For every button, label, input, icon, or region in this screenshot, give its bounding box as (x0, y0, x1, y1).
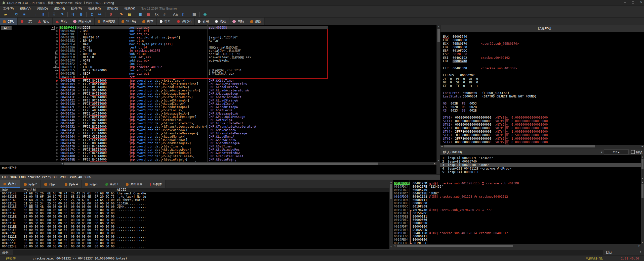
tab-线程[interactable]: 线程 (212, 18, 229, 25)
menu-item[interactable]: 跟踪(N) (51, 6, 68, 11)
maximize-button[interactable]: ▢ (632, 1, 634, 4)
close-button[interactable]: ✕ (640, 1, 642, 4)
menu-item[interactable]: 视图(V) (17, 6, 34, 11)
breakpoint-dot[interactable] (56, 116, 58, 118)
breakpoint-dot[interactable] (56, 155, 58, 157)
args-list[interactable]: 1: [esp+4] 0040217E "123456"2: [esp+8] 0… (440, 155, 641, 180)
disasm-row[interactable]: 00401428vFF25 A0314000jmp dword ptr ds:[… (0, 102, 436, 106)
stack-row[interactable]: 0019FDF8DCBAABCD (393, 228, 641, 232)
disasm-row[interactable]: 0040146AvFF25 CC314000jmp dword ptr ds:[… (0, 138, 436, 142)
stack-row[interactable]: 0019FE0000000111 (393, 235, 641, 238)
breakpoint-dot[interactable] (56, 37, 58, 38)
disasm-row[interactable]: 0040148EvFF25 E4314000jmp dword ptr ds:[… (0, 158, 436, 161)
breakpoint-dot[interactable] (56, 152, 58, 154)
trace-over-icon[interactable]: ⇉ (70, 12, 76, 17)
breakpoint-dot[interactable] (56, 27, 58, 29)
argument-row[interactable]: 1: [esp+4] 0040217E "123456" (440, 156, 641, 160)
stack-row[interactable]: 0019FDE800000111 (393, 215, 641, 218)
restart-icon[interactable]: ↺ (13, 12, 20, 17)
breakpoint-dot[interactable] (56, 139, 58, 141)
breakpoint-dot[interactable] (56, 100, 58, 101)
menu-item[interactable]: 帮助(H) (121, 6, 138, 11)
stack-view[interactable]: 0019FDC00040123D返回到 crackme.sub_401128+1… (393, 180, 641, 244)
breakpoint-dot[interactable] (56, 93, 58, 95)
stop-icon[interactable]: ■ (21, 12, 28, 17)
dump-row[interactable]: 0040215E21 00 4E 6F20 6C 75 636B 21 00 4… (0, 195, 389, 198)
tab-引用[interactable]: 引用 (195, 18, 212, 25)
stack-row[interactable]: 0019FDEC00000066 (393, 218, 641, 222)
trace-into-icon[interactable]: ⇊ (78, 12, 84, 17)
breakpoint-dot[interactable] (56, 159, 58, 161)
breakpoint-dot[interactable] (56, 90, 58, 91)
disasm-row[interactable]: 00401464vFF25 C8314000jmp dword ptr ds:[… (0, 135, 436, 138)
step-over-icon[interactable]: ↷ (59, 12, 65, 17)
breakpoint-dot[interactable] (56, 30, 58, 32)
disasm-row[interactable]: 004013E6│.84DBtest bl,bl测试serial是否为空 (0, 46, 436, 49)
dump-row[interactable]: 0040218E4A 55 4E 4B00 00 00 0000 00 00 0… (0, 205, 389, 208)
breakpoint-dot[interactable] (56, 73, 58, 75)
argument-row[interactable]: 3: [esp+C] 0040218E "JUNK" (440, 163, 641, 167)
breakpoint-dot[interactable] (56, 106, 58, 108)
pause-icon[interactable]: ‖ (40, 12, 47, 17)
dump-tab-监视 1[interactable]: 监视 1 (102, 180, 122, 188)
disasm-row[interactable]: 004013FD└.C3ret (0, 76, 436, 79)
stack-row[interactable]: 0019FDE4001507DC (393, 212, 641, 215)
tab-调用堆栈[interactable]: 调用堆栈 (95, 18, 118, 25)
stack-row[interactable]: 0019FDC40040217E"123456" (393, 185, 641, 188)
stack-row[interactable]: 0019FDD000401128返回到 crackme.sub_401128 自… (393, 195, 641, 198)
dump-row[interactable]: 0040216E63 6B 20 7468 65 72 652C 20 6D 6… (0, 198, 389, 202)
breakpoint-dot[interactable] (56, 123, 58, 124)
stack-row[interactable]: 0019FDCC0040218E"JUNK" (393, 192, 641, 195)
menu-item[interactable]: 插件(P) (68, 6, 85, 11)
tab-脚本[interactable]: 脚本 (139, 18, 157, 25)
dump-row[interactable]: 0040224E00 00 00 0000 00 00 0000 00 00 0… (0, 245, 389, 248)
breakpoint-dot[interactable] (56, 113, 58, 115)
breakpoint-dot[interactable] (56, 63, 58, 65)
tab-日志[interactable]: 日志 (18, 18, 35, 25)
dump-row[interactable]: 0040222E00 00 00 0000 00 00 0000 00 00 0… (0, 238, 389, 242)
stack-vertical-scrollbar[interactable]: ▲ ▼ (641, 180, 644, 244)
step-into-icon[interactable]: ↧ (51, 12, 57, 17)
stack-row[interactable]: 0019FDC800005740 (393, 188, 641, 192)
settings-icon[interactable]: S (107, 12, 114, 17)
breakpoint-dot[interactable] (56, 83, 58, 85)
dump-row[interactable]: 004021CE00 00 00 0000 00 00 0000 00 00 0… (0, 219, 389, 222)
breakpoint-dot[interactable] (56, 142, 58, 144)
stack-row[interactable]: 0019FE080019FEEC (393, 242, 641, 244)
tab-CPU[interactable]: CPU (0, 18, 18, 25)
disasm-row[interactable]: 004013EA│.80EB 30sub bl,30serial（ASCII）-… (0, 53, 436, 56)
disasm-row[interactable]: 00401416vFF25 94314000jmp dword ptr ds:[… (0, 92, 436, 95)
dump-tab-内存 2[interactable]: 内存 2 (20, 180, 41, 188)
tab-内存布局[interactable]: 内存布局 (70, 18, 95, 25)
breakpoints-icon[interactable]: ▦ (145, 12, 152, 17)
stack-row[interactable]: 0019FDD400000111 (393, 198, 641, 202)
dump-tab-内存 4[interactable]: 内存 4 (61, 180, 82, 188)
stack-horizontal-scrollbar[interactable]: ◀ ▶ (393, 244, 641, 248)
dump-row[interactable]: 0040221E00 00 00 0000 00 00 0000 00 00 0… (0, 235, 389, 238)
unlock-checkbox[interactable] (631, 150, 635, 154)
disassembly-view[interactable]: EIP − 004013D8┌.33C0xor eax,eaxsub_4013D… (0, 25, 436, 162)
menu-item[interactable]: 调试(D) (34, 6, 51, 11)
registers-horizontal-scrollbar[interactable]: ◀ ▶ (440, 145, 644, 148)
calculator-icon[interactable]: ▩ (191, 12, 197, 17)
stack-row[interactable]: 0019FDDC0019FE08 (393, 205, 641, 208)
disasm-row[interactable]: 004013FB│.8BDFmov ebx,edi计算结果放入 ebx (0, 72, 436, 75)
disasm-row[interactable]: 0040145EvFF25 C4314000jmp dword ptr ds:[… (0, 132, 436, 135)
breakpoint-dot[interactable] (56, 76, 58, 78)
breakpoint-dot[interactable] (56, 80, 58, 82)
disasm-row[interactable]: 0040142EvFF25 A4314000jmp dword ptr ds:[… (0, 106, 436, 109)
breakpoint-dot[interactable] (56, 129, 58, 131)
dump-tab-局部变量[interactable]: 局部变量 (122, 180, 146, 188)
attach-icon[interactable]: ▯ (180, 12, 187, 17)
memory-dump-view[interactable]: 地址十六进制ASCII 0040214E74 68 65 206E 65 78 … (0, 188, 389, 249)
disasm-row[interactable]: 004013E2│.B0 0Amov al,AA:'\n' (0, 39, 436, 42)
menu-item[interactable]: 收藏夹(I) (85, 6, 104, 11)
breakpoint-dot[interactable] (56, 86, 58, 88)
dump-row[interactable]: 004021AE00 00 00 0000 00 00 0000 00 00 0… (0, 212, 389, 215)
argument-row[interactable]: 4: [esp+10] 00401128 <crackme.WndProc> (440, 167, 641, 170)
breakpoint-dot[interactable] (56, 47, 58, 48)
calling-convention-select[interactable]: 默认 (stdcall) (443, 150, 462, 154)
breakpoint-dot[interactable] (56, 43, 58, 45)
tab-断点[interactable]: 断点 (53, 18, 70, 25)
minimize-button[interactable]: ─ (624, 1, 626, 4)
